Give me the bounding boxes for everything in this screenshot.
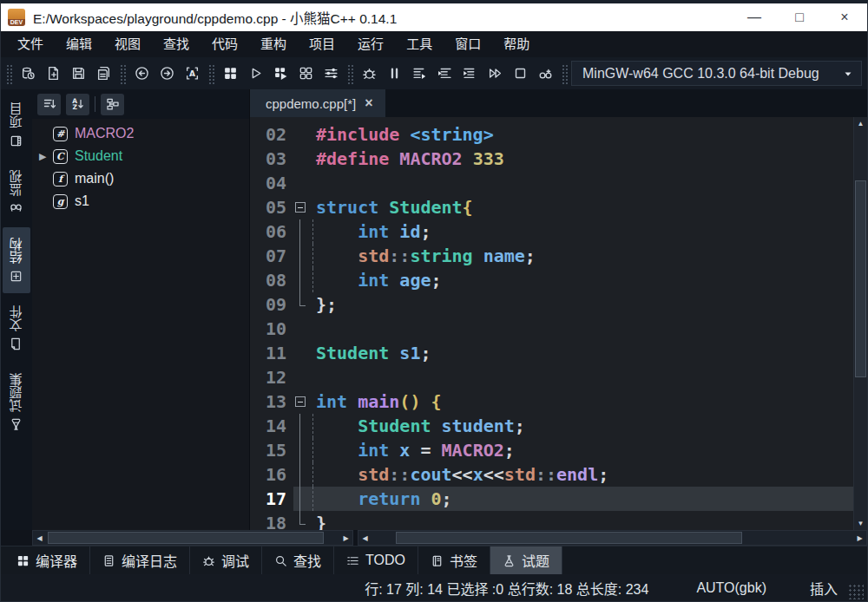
sidebar-tab-watch[interactable]: 监视	[3, 160, 30, 226]
code-text[interactable]: }	[309, 511, 853, 530]
code-text[interactable]	[309, 365, 853, 389]
compile-button[interactable]	[218, 62, 243, 86]
toolbar-grip[interactable]	[561, 63, 569, 84]
code-line[interactable]: 05struct Student{	[250, 195, 853, 219]
tree-item-student[interactable]: ▶CStudent	[32, 145, 249, 167]
hscroll-thumb[interactable]	[396, 532, 743, 544]
hscroll-thumb[interactable]	[48, 532, 324, 544]
back-button[interactable]	[129, 62, 155, 86]
status-encoding[interactable]: AUTO(gbk)	[696, 580, 766, 596]
code-text[interactable]: Student s1;	[309, 341, 853, 365]
menu-item-4[interactable]: 查找	[152, 31, 201, 57]
class-browser-tree[interactable]: #MACRO2▶CStudentfmain()gs1	[32, 119, 249, 530]
code-editor[interactable]: 02#include <string>03#define MACRO2 3330…	[250, 117, 853, 530]
toolbar-grip[interactable]	[119, 63, 127, 84]
scroll-up-icon[interactable]: ▲	[854, 117, 867, 130]
code-line[interactable]: 15 int x = MACRO2;	[250, 438, 853, 462]
sidebar-tab-flask[interactable]: 试题集	[3, 363, 30, 442]
compile-run-button[interactable]	[268, 62, 293, 86]
fold-toggle-icon[interactable]	[293, 195, 309, 219]
reformat-button[interactable]: A	[180, 62, 205, 86]
resize-grip-icon[interactable]	[848, 584, 864, 599]
stop-button[interactable]	[508, 62, 533, 86]
hscroll-track[interactable]	[46, 531, 339, 545]
menu-item-1[interactable]: 文件	[6, 31, 55, 57]
code-text[interactable]: int id;	[309, 219, 853, 244]
code-line[interactable]: 04	[250, 171, 853, 195]
code-line[interactable]: 16 std::cout<<x<<std::endl;	[250, 462, 853, 487]
pause-button[interactable]	[382, 62, 407, 86]
code-text[interactable]: #include <string>	[309, 122, 853, 147]
tree-item-macro2[interactable]: #MACRO2	[32, 122, 249, 145]
sort-by-type-button[interactable]	[37, 94, 61, 115]
code-text[interactable]: Student student;	[309, 414, 853, 438]
scroll-right-icon[interactable]: ▶	[339, 531, 352, 545]
code-line[interactable]: 08 int age;	[250, 268, 853, 292]
menu-item-6[interactable]: 重构	[249, 31, 298, 57]
code-line[interactable]: 06 int id;	[250, 219, 853, 244]
sidebar-tab-files[interactable]: 文件	[3, 295, 30, 361]
step-over-button[interactable]	[407, 62, 432, 86]
scroll-left-icon[interactable]: ◀	[33, 531, 46, 545]
menu-item-2[interactable]: 编辑	[55, 31, 103, 57]
code-line[interactable]: 12	[250, 365, 853, 389]
bottom-tab-flask[interactable]: 试题	[490, 546, 562, 574]
menu-item-9[interactable]: 工具	[395, 31, 444, 57]
sidebar-tab-structure[interactable]: 结构	[3, 227, 30, 293]
code-line[interactable]: 07 std::string name;	[250, 244, 853, 268]
code-line[interactable]: 03#define MACRO2 333	[250, 147, 853, 171]
run-button[interactable]	[243, 62, 268, 86]
save-all-button[interactable]	[91, 62, 116, 86]
editor-vscrollbar[interactable]: ▲ ▼	[853, 117, 867, 530]
code-text[interactable]: return 0;	[309, 487, 853, 511]
bottom-tab-compile[interactable]: 编译器	[4, 546, 90, 574]
code-text[interactable]: struct Student{	[309, 195, 853, 219]
menu-item-3[interactable]: 视图	[103, 31, 152, 57]
maximize-button[interactable]: □	[777, 3, 822, 31]
scroll-left-icon[interactable]: ◀	[358, 531, 372, 545]
editor-tab[interactable]: cppdemo.cpp[*] ×	[250, 89, 385, 117]
minimize-button[interactable]: —	[732, 3, 777, 31]
bottom-tab-bug[interactable]: 调试	[190, 546, 262, 574]
code-text[interactable]: int age;	[309, 268, 853, 292]
save-button[interactable]	[66, 62, 91, 86]
continue-button[interactable]	[483, 62, 508, 86]
tab-close-icon[interactable]: ×	[365, 96, 372, 110]
bottom-tab-book[interactable]: 书签	[418, 546, 490, 574]
code-line[interactable]: 13int main() {	[250, 389, 853, 414]
code-line[interactable]: 09};	[250, 292, 853, 317]
rebuild-button[interactable]	[293, 62, 319, 86]
scroll-down-icon[interactable]: ▼	[854, 517, 867, 530]
editor-hscrollbar[interactable]: ◀ ▶	[358, 530, 867, 546]
step-into-button[interactable]	[432, 62, 457, 86]
code-text[interactable]: std::cout<<x<<std::endl;	[309, 462, 853, 487]
step-out-button[interactable]	[457, 62, 483, 86]
menu-item-5[interactable]: 代码	[201, 31, 249, 57]
code-text[interactable]	[309, 317, 853, 341]
forward-button[interactable]	[155, 62, 180, 86]
sort-alpha-button[interactable]: AZ	[66, 94, 89, 115]
show-inherited-button[interactable]	[101, 94, 124, 115]
menu-item-7[interactable]: 项目	[298, 31, 346, 57]
vscroll-track[interactable]	[854, 130, 867, 517]
add-watch-button[interactable]	[533, 62, 558, 86]
bottom-tab-todo[interactable]: TODO	[334, 546, 418, 574]
toolbar-grip[interactable]	[346, 63, 354, 84]
menu-item-10[interactable]: 窗口	[444, 31, 492, 57]
hscroll-track[interactable]	[372, 531, 853, 545]
code-text[interactable]: #define MACRO2 333	[309, 147, 853, 171]
scroll-right-icon[interactable]: ▶	[853, 531, 866, 545]
code-line[interactable]: 17 return 0;	[250, 487, 853, 511]
menu-item-11[interactable]: 帮助	[492, 31, 541, 57]
code-line[interactable]: 18}	[250, 511, 853, 530]
code-text[interactable]: int x = MACRO2;	[309, 438, 853, 462]
code-line[interactable]: 02#include <string>	[250, 122, 853, 147]
code-text[interactable]	[309, 171, 853, 195]
bottom-tab-search[interactable]: 查找	[262, 546, 334, 574]
close-button[interactable]: ×	[822, 3, 867, 31]
new-file-button[interactable]	[41, 62, 66, 86]
expand-caret-icon[interactable]: ▶	[39, 151, 46, 162]
code-line[interactable]: 10	[250, 317, 853, 341]
code-text[interactable]: std::string name;	[309, 244, 853, 268]
toolbar-grip[interactable]	[207, 63, 215, 84]
